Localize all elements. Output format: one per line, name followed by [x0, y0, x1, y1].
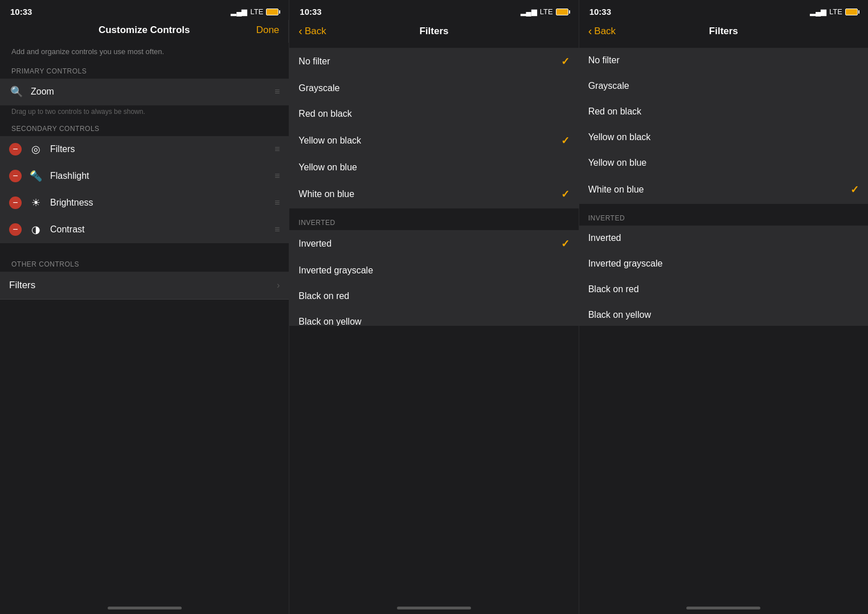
filter-label-no-filter-2: No filter [588, 55, 859, 66]
filter-label-inverted-grayscale-2: Inverted grayscale [588, 259, 859, 269]
filters-icon: ◎ [28, 142, 43, 157]
contrast-label: Contrast [50, 224, 268, 235]
drag-handle-zoom[interactable]: ≡ [275, 87, 280, 97]
filter-inverted-2[interactable]: Inverted [579, 226, 868, 251]
filter-label-yellow-on-black-1: Yellow on black [298, 136, 560, 146]
panel-customize-controls: 10:33 ▂▄▆ LTE Customize Controls Done Ad… [0, 0, 289, 614]
filters-nav-2: ‹ Back Filters [579, 20, 868, 44]
status-time-3: 10:33 [589, 7, 611, 17]
checkmark-white-on-blue-1: ✓ [561, 188, 570, 200]
status-bar-3: 10:33 ▂▄▆ LTE [579, 0, 868, 20]
filter-label-inverted-1: Inverted [298, 239, 560, 249]
status-icons-3: ▂▄▆ LTE [810, 7, 858, 16]
drag-handle-contrast[interactable]: ≡ [275, 224, 280, 235]
signal-icon-1: ▂▄▆ [231, 7, 247, 16]
secondary-controls-header: SECONDARY CONTROLS [0, 121, 289, 136]
checkmark-inverted-1: ✓ [561, 238, 570, 250]
filter-label-black-on-yellow-1: Black on yellow [298, 317, 569, 326]
filter-label-inverted-2: Inverted [588, 233, 859, 243]
home-indicator-3 [686, 607, 760, 609]
filter-black-on-red-1[interactable]: Black on red [289, 284, 578, 309]
zoom-icon: 🔍 [9, 84, 24, 99]
filter-inverted-grayscale-2[interactable]: Inverted grayscale [579, 251, 868, 277]
filter-black-on-red-2[interactable]: Black on red [579, 277, 868, 302]
inverted-header-1: INVERTED [289, 208, 578, 230]
back-label-1: Back [305, 26, 326, 37]
inverted-header-2: INVERTED [579, 204, 868, 226]
filter-inverted-grayscale-1[interactable]: Inverted grayscale [289, 258, 578, 284]
nav-bar-1: Customize Controls Done [0, 20, 289, 43]
drag-handle-brightness[interactable]: ≡ [275, 198, 280, 208]
lte-label-1: LTE [250, 7, 263, 16]
other-filters-label: Filters [9, 280, 270, 291]
chevron-right-icon: › [277, 280, 280, 290]
filters-title-2: Filters [709, 26, 738, 37]
filters-title-1: Filters [419, 26, 448, 37]
home-indicator-1 [108, 607, 182, 609]
back-button-2[interactable]: ‹ Back [588, 24, 616, 38]
filter-no-filter-1[interactable]: No filter ✓ [289, 48, 578, 76]
drag-handle-filters[interactable]: ≡ [275, 144, 280, 154]
checkmark-no-filter-1: ✓ [561, 55, 570, 68]
filter-yellow-on-black-2[interactable]: Yellow on black [579, 125, 868, 150]
primary-control-zoom[interactable]: 🔍 Zoom ≡ [0, 79, 289, 105]
filter-label-black-on-yellow-2: Black on yellow [588, 310, 859, 320]
secondary-control-contrast[interactable]: ◑ Contrast ≡ [0, 216, 289, 243]
brightness-icon: ☀ [28, 195, 43, 210]
secondary-control-brightness[interactable]: ☀ Brightness ≡ [0, 190, 289, 216]
filter-grayscale-2[interactable]: Grayscale [579, 73, 868, 99]
done-button[interactable]: Done [256, 24, 280, 36]
back-label-2: Back [594, 26, 616, 37]
filter-label-red-on-black-1: Red on black [298, 109, 569, 119]
battery-icon-1 [266, 9, 279, 15]
filter-label-white-on-blue-2: White on blue [588, 185, 850, 195]
signal-icon-2: ▂▄▆ [521, 7, 537, 16]
primary-controls-header: PRIMARY CONTROLS [0, 64, 289, 79]
filter-label-grayscale-1: Grayscale [298, 83, 569, 93]
back-button-1[interactable]: ‹ Back [298, 24, 326, 38]
filter-label-white-on-blue-1: White on blue [298, 189, 560, 199]
filter-label-black-on-red-2: Black on red [588, 284, 859, 294]
filter-no-filter-2[interactable]: No filter [579, 48, 868, 73]
remove-contrast-button[interactable] [9, 223, 22, 236]
filter-white-on-blue-1[interactable]: White on blue ✓ [289, 181, 578, 208]
filter-red-on-black-1[interactable]: Red on black [289, 101, 578, 127]
lte-label-3: LTE [829, 7, 842, 16]
filter-label-yellow-on-blue-1: Yellow on blue [298, 162, 569, 173]
zoom-label: Zoom [31, 87, 268, 97]
filter-yellow-on-blue-1[interactable]: Yellow on blue [289, 155, 578, 181]
filter-label-grayscale-2: Grayscale [588, 81, 859, 91]
filter-white-on-blue-2[interactable]: White on blue ✓ [579, 176, 868, 204]
back-chevron-icon-2: ‹ [588, 24, 592, 38]
drag-handle-flashlight[interactable]: ≡ [275, 171, 280, 181]
battery-icon-3 [845, 9, 858, 15]
secondary-control-flashlight[interactable]: 🔦 Flashlight ≡ [0, 163, 289, 190]
filter-yellow-on-blue-2[interactable]: Yellow on blue [579, 150, 868, 176]
remove-filters-button[interactable] [9, 143, 22, 155]
filter-label-no-filter-1: No filter [298, 56, 560, 67]
filter-label-inverted-grayscale-1: Inverted grayscale [298, 265, 569, 276]
other-control-filters[interactable]: Filters › [0, 272, 289, 300]
filter-list-2: No filter Grayscale Red on black Yellow … [579, 48, 868, 326]
status-icons-1: ▂▄▆ LTE [231, 7, 279, 16]
filter-black-on-yellow-1[interactable]: Black on yellow [289, 309, 578, 326]
brightness-label: Brightness [50, 198, 268, 208]
filter-red-on-black-2[interactable]: Red on black [579, 99, 868, 125]
filters-label: Filters [50, 144, 268, 154]
lte-label-2: LTE [540, 7, 553, 16]
secondary-control-filters[interactable]: ◎ Filters ≡ [0, 136, 289, 163]
status-time-1: 10:33 [10, 7, 32, 17]
filter-label-black-on-red-1: Black on red [298, 291, 569, 301]
panel-filters-2: 10:33 ▂▄▆ LTE ‹ Back Filters No filter G… [579, 0, 868, 614]
page-title-1: Customize Controls [99, 24, 190, 35]
filter-grayscale-1[interactable]: Grayscale [289, 76, 578, 101]
remove-brightness-button[interactable] [9, 197, 22, 209]
filter-black-on-yellow-2[interactable]: Black on yellow [579, 302, 868, 326]
panel-filters-1: 10:33 ▂▄▆ LTE ‹ Back Filters No filter ✓… [289, 0, 578, 614]
filter-yellow-on-black-1[interactable]: Yellow on black ✓ [289, 127, 578, 155]
remove-flashlight-button[interactable] [9, 170, 22, 182]
filter-inverted-1[interactable]: Inverted ✓ [289, 230, 578, 258]
contrast-icon: ◑ [28, 222, 43, 237]
flashlight-label: Flashlight [50, 171, 268, 181]
home-indicator-2 [397, 607, 471, 609]
